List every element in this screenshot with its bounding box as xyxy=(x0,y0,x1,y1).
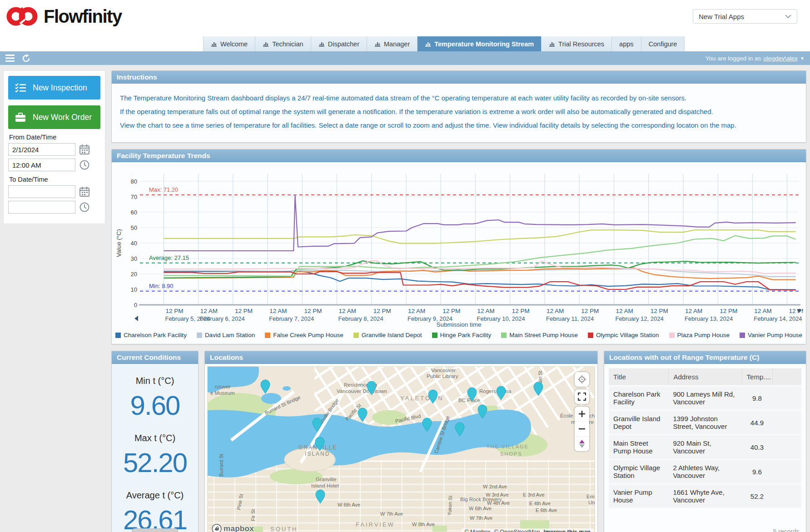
svg-text:60: 60 xyxy=(131,209,137,216)
mapbox-logo[interactable]: mapbox xyxy=(212,524,254,532)
row-address: 920 Main St, Vancouver xyxy=(668,435,741,459)
tab-apps[interactable]: apps xyxy=(612,36,641,51)
from-time-input[interactable] xyxy=(8,159,75,171)
clock-icon[interactable] xyxy=(80,202,89,212)
legend-item-hinge-park-facility[interactable]: Hinge Park Facility xyxy=(432,332,492,338)
row-temp: 9.6 xyxy=(742,460,773,483)
user-menu-chevron-icon[interactable]: ▼ xyxy=(800,56,805,61)
legend-item-granville-island-depot[interactable]: Granville Island Depot xyxy=(353,332,422,338)
osm-attribution-link[interactable]: © OpenStreetMap xyxy=(494,529,540,532)
map-label: W 7th Ave xyxy=(470,515,492,521)
tab-dispatcher[interactable]: Dispatcher xyxy=(311,36,367,51)
series-vanier-pump-house xyxy=(164,195,796,251)
legend-item-vanier-pump-house[interactable]: Vanier Pump House xyxy=(740,332,802,338)
legend-item-false-creek-pump-house[interactable]: False Creek Pump House xyxy=(265,332,343,338)
table-row[interactable]: Granville Island Depot1399 Johnston Stre… xyxy=(609,410,801,434)
checklist-icon xyxy=(15,83,26,92)
instructions-panel: Instructions The Temperature Monitoring … xyxy=(111,70,806,143)
out-of-range-title: Locations with out of Range Temperature … xyxy=(604,351,806,364)
row-spacer xyxy=(772,411,801,434)
tab-label: Manager xyxy=(384,40,410,48)
row-temp: 52.2 xyxy=(742,484,773,508)
map-label: BC Place xyxy=(458,398,480,403)
legend-item-plaza-pump-house[interactable]: Plaza Pump House xyxy=(669,332,730,338)
username-link[interactable]: olegdev\alex xyxy=(763,55,798,62)
clock-icon[interactable] xyxy=(80,160,89,170)
map-label: Vancouver Downtown xyxy=(337,388,387,394)
new-inspection-button[interactable]: New Inspection xyxy=(8,76,100,99)
legend-item-david-lam-station[interactable]: David Lam Station xyxy=(197,332,255,338)
to-time-input[interactable] xyxy=(8,201,75,214)
table-header-temp-: Temp.... xyxy=(742,368,773,385)
table-header-title: Title xyxy=(609,368,668,385)
mapbox-attribution-link[interactable]: © Mapbox xyxy=(464,529,490,532)
refresh-icon[interactable] xyxy=(22,54,30,63)
app-switcher-value: New Trial Apps xyxy=(699,13,744,20)
legend-item-charelson-park-facility[interactable]: Charelson Park Facility xyxy=(115,332,187,338)
new-inspection-label: New Inspection xyxy=(33,83,87,93)
fullscreen-button[interactable] xyxy=(575,389,589,404)
legend-swatch xyxy=(197,333,202,338)
tab-technician[interactable]: Technician xyxy=(255,36,311,51)
table-row[interactable]: Charelson Park Facility900 Lameys Mill R… xyxy=(609,385,801,410)
improve-map-link[interactable]: Improve this map xyxy=(544,529,591,532)
tab-configure[interactable]: Configure xyxy=(641,36,685,51)
instructions-body: The Temperature Monitoring Stream dashbo… xyxy=(112,84,806,142)
map-canvas[interactable]: VancouverPublic LibraryRogers ArenaBC Pl… xyxy=(207,366,595,532)
new-work-order-button[interactable]: New Work Order xyxy=(8,105,100,129)
row-address: 900 Lameys Mill Rd, Vancouver xyxy=(668,386,741,410)
app-switcher-select[interactable]: New Trial Apps xyxy=(693,9,797,24)
map-label: W 4th Ave xyxy=(487,500,510,506)
metric-value-2: 52.20 xyxy=(112,447,198,478)
table-row[interactable]: Olympic Village Station2 Athletes Way, V… xyxy=(609,459,801,483)
svg-text:12 PM: 12 PM xyxy=(165,308,183,314)
legend-item-main-street-pump-house[interactable]: Main Street Pump House xyxy=(501,332,578,338)
map-label: Vancouver xyxy=(431,368,456,373)
tab-manager[interactable]: Manager xyxy=(367,36,417,51)
bar-chart-icon xyxy=(374,41,381,47)
login-status: You are logged in as olegdev\alex ▼ xyxy=(706,55,805,62)
zoom-in-button[interactable] xyxy=(575,407,589,421)
map-label: Rogers Arena xyxy=(479,388,512,394)
current-conditions-panel: Current Conditions Min t (°C)9.60Max t (… xyxy=(111,351,199,532)
map-label: SHOPS xyxy=(500,451,522,457)
row-spacer xyxy=(772,386,801,410)
svg-text:12 PM: 12 PM xyxy=(581,308,599,314)
table-row[interactable]: Main Street Pump House920 Main St, Vanco… xyxy=(609,434,801,459)
map-label: W 2nd Ave xyxy=(483,484,507,489)
geolocate-button[interactable] xyxy=(575,372,589,387)
table-row[interactable]: Vanier Pump House1661 Whyte Ave, Vancouv… xyxy=(609,483,801,508)
to-date-input[interactable] xyxy=(8,185,75,198)
zoom-out-button[interactable] xyxy=(575,421,589,436)
calendar-icon[interactable] xyxy=(80,187,89,197)
tab-label: Welcome xyxy=(220,40,248,48)
horizontal-scrollbar-thumb[interactable] xyxy=(132,528,178,532)
map-label: W 6th Ave xyxy=(338,502,360,507)
row-temp: 40.3 xyxy=(742,435,773,459)
new-work-order-label: New Work Order xyxy=(33,113,92,122)
svg-text:Value (°C): Value (°C) xyxy=(115,229,122,257)
tab-trial-resources[interactable]: Trial Resources xyxy=(542,36,612,51)
tab-welcome[interactable]: Welcome xyxy=(203,36,255,51)
svg-text:12 AM: 12 AM xyxy=(685,308,702,314)
map-label: E 3rd Ave xyxy=(523,492,545,497)
tab-temperature-monitoring-stream[interactable]: Temperature Monitoring Stream xyxy=(417,36,542,51)
bar-chart-icon xyxy=(263,41,269,47)
tab-label: Dispatcher xyxy=(328,40,359,48)
legend-item-olympic-village-station[interactable]: Olympic Village Station xyxy=(588,332,659,338)
chart-scroll-left-arrow[interactable] xyxy=(134,316,138,321)
temperature-line-chart[interactable]: 01020304050607080Value (°C)Max: 71.20Ave… xyxy=(114,166,803,322)
svg-text:20: 20 xyxy=(131,271,137,278)
svg-text:Max: 71.20: Max: 71.20 xyxy=(149,186,178,193)
pitch-toggle-button[interactable] xyxy=(575,436,589,451)
svg-text:12 PM: 12 PM xyxy=(304,308,322,314)
row-temp: 44.9 xyxy=(742,411,773,434)
from-date-input[interactable] xyxy=(8,143,75,156)
legend-swatch xyxy=(501,333,507,338)
metric-label-2: Max t (°C) xyxy=(112,433,198,443)
calendar-icon[interactable] xyxy=(80,144,89,154)
vancouver-map[interactable]: VancouverPublic LibraryRogers ArenaBC Pl… xyxy=(208,367,595,532)
legend-label: David Lam Station xyxy=(205,332,255,338)
menu-icon[interactable] xyxy=(5,55,15,62)
chart-area[interactable]: 01020304050607080Value (°C)Max: 71.20Ave… xyxy=(112,162,806,344)
